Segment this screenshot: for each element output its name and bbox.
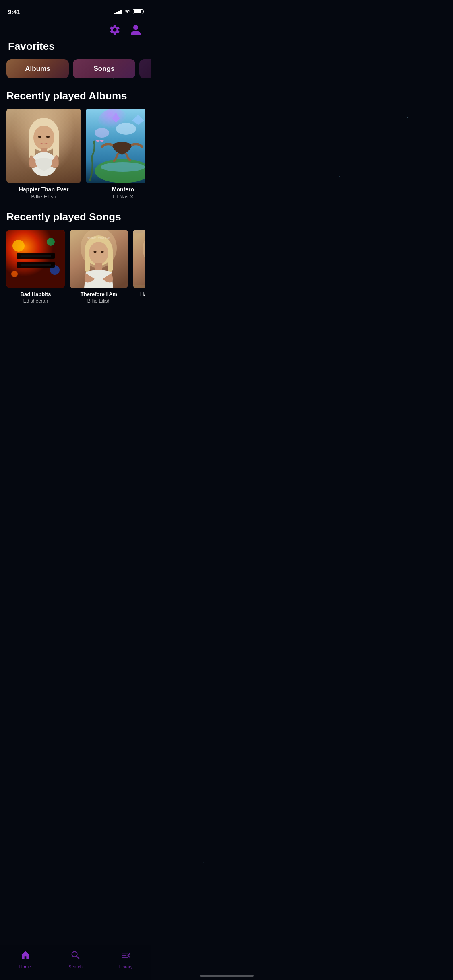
album-title-montero: Montero (86, 186, 145, 193)
album-cover-montero (86, 109, 145, 183)
bad-habits-artwork (6, 230, 65, 288)
recent-albums-title: Recently played Albums (6, 90, 145, 102)
song-card-ed[interactable]: Bad Habbits Ed sheeran (6, 230, 65, 304)
recent-albums-section: Recently played Albums (0, 90, 151, 200)
album-title-billie: Happier Than Ever (6, 186, 81, 193)
header-icons (0, 18, 151, 37)
signal-icon (114, 9, 122, 14)
montero-artwork (86, 109, 145, 183)
svg-rect-24 (21, 255, 51, 257)
songs-grid: Bad Habbits Ed sheeran (6, 230, 145, 304)
svg-text:Happier Than Ever: Happier Than Ever (87, 236, 111, 239)
svg-rect-36 (133, 233, 145, 285)
wifi-icon (124, 9, 130, 14)
song-title-therefore: Therefore I Am (70, 291, 128, 297)
album-grid: Happier Than Ever Billie Eilish (6, 109, 145, 200)
song-artist-therefore: Billie Eilish (70, 298, 128, 304)
status-bar: 9:41 (0, 0, 151, 18)
svg-point-3 (33, 126, 54, 150)
svg-point-31 (89, 242, 108, 264)
svg-point-19 (47, 238, 55, 246)
battery-icon (133, 9, 143, 14)
favorites-title: Favorites (0, 37, 151, 59)
svg-point-33 (94, 251, 97, 253)
billie-figure-large (18, 117, 70, 183)
tab-artists[interactable]: Artists (139, 59, 151, 78)
song-artist-ed: Ed sheeran (6, 298, 65, 304)
svg-point-12 (116, 123, 136, 135)
svg-rect-32 (95, 263, 102, 270)
song-artist-happier: Billie Eilish (133, 298, 145, 304)
song-cover-happier: Happier Than Ever (133, 230, 145, 288)
recent-songs-section: Recently played Songs (0, 211, 151, 304)
song-title-ed: Bad Habbits (6, 291, 65, 297)
svg-point-13 (95, 128, 109, 138)
svg-rect-25 (21, 264, 51, 266)
album-artist-billie: Billie Eilish (6, 194, 81, 200)
song-cover-ed (6, 230, 65, 288)
settings-button[interactable] (108, 23, 122, 37)
tab-albums[interactable]: Albums (6, 59, 69, 78)
song-title-happier: Happier Than... (133, 291, 145, 297)
gear-icon (109, 24, 121, 36)
recent-songs-title: Recently played Songs (6, 211, 145, 223)
svg-point-7 (46, 136, 50, 138)
svg-rect-30 (108, 250, 113, 272)
song-card-therefore[interactable]: Happier Than Ever Therefore I Am Billie … (70, 230, 128, 304)
svg-point-18 (12, 240, 25, 252)
album-cover-billie (6, 109, 81, 183)
profile-button[interactable] (128, 23, 143, 37)
tab-songs[interactable]: Songs (73, 59, 135, 78)
svg-point-34 (101, 251, 104, 253)
status-time: 9:41 (8, 8, 20, 15)
category-tabs: Albums Songs Artists (0, 59, 151, 78)
therefore-artwork: Happier Than Ever (70, 230, 128, 288)
album-artist-montero: Lil Nas X (86, 194, 145, 200)
album-card-montero[interactable]: Montero Lil Nas X (86, 109, 145, 200)
status-icons (114, 9, 143, 14)
svg-point-21 (11, 271, 18, 277)
happier-artwork: Happier Than Ever (133, 230, 145, 288)
song-card-happier[interactable]: Happier Than Ever Happier Than... Billie… (133, 230, 145, 304)
svg-point-6 (38, 136, 41, 138)
album-card-billie[interactable]: Happier Than Ever Billie Eilish (6, 109, 81, 200)
profile-icon (130, 24, 142, 36)
song-cover-therefore: Happier Than Ever (70, 230, 128, 288)
svg-rect-17 (6, 230, 65, 288)
svg-point-16 (101, 162, 145, 172)
